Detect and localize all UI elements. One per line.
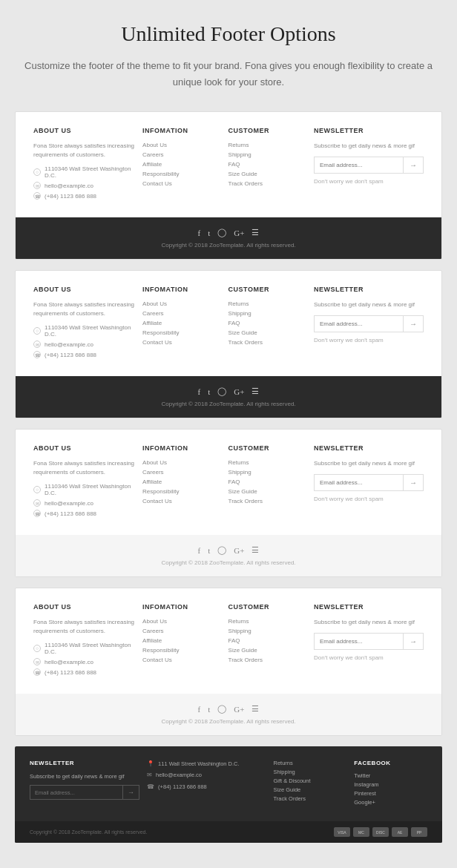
customer-link-1[interactable]: FAQ	[228, 161, 306, 168]
info-link-1[interactable]: Careers	[142, 151, 220, 158]
social-icon-2-1[interactable]: t	[208, 228, 210, 237]
page-subtitle: Customize the footer of the theme to fit…	[15, 58, 442, 91]
phone-text-2: (+84) 1123 686 888	[45, 352, 96, 358]
footer-card-1: ABOUT US Fona Store always satisfies inc…	[15, 111, 442, 260]
customer-link-3[interactable]: FAQ	[228, 479, 306, 485]
info-link-3[interactable]: Affiliate	[142, 479, 220, 485]
customer-link-4[interactable]: Size Guide	[228, 647, 306, 654]
customer-link-3[interactable]: Shipping	[228, 469, 306, 476]
customer-link-2[interactable]: Shipping	[228, 310, 306, 317]
customer-link-4[interactable]: Returns	[228, 618, 306, 625]
social-icon-3-2[interactable]: ◯	[217, 387, 226, 396]
social-icon-2-4[interactable]: t	[208, 705, 210, 714]
info-link-2[interactable]: Affiliate	[142, 320, 220, 326]
newsletter-input-4[interactable]	[315, 634, 403, 648]
dark-link-col1[interactable]: Gift & Discount	[274, 777, 347, 784]
social-icon-3-4[interactable]: ◯	[217, 704, 226, 714]
customer-link-3[interactable]: Track Orders	[228, 498, 306, 504]
dark-link-col1[interactable]: Track Orders	[274, 795, 347, 802]
social-icon-4-4[interactable]: G+	[234, 705, 244, 714]
footer-card-4: ABOUT US Fona Store always satisfies inc…	[15, 588, 442, 736]
newsletter-input-row-3: →	[314, 474, 424, 491]
dark-link-col1[interactable]: Size Guide	[274, 786, 347, 793]
info-link-1[interactable]: Affiliate	[142, 161, 220, 168]
dark-link-col2[interactable]: Twitter	[354, 772, 427, 779]
social-icon-1-4[interactable]: f	[198, 705, 201, 714]
social-icon-1-2[interactable]: f	[198, 387, 201, 396]
info-link-4[interactable]: Contact Us	[142, 657, 220, 663]
info-link-2[interactable]: Careers	[142, 310, 220, 317]
dark-phone-icon: ☎	[147, 783, 154, 790]
newsletter-input-3[interactable]	[315, 476, 403, 490]
customer-link-2[interactable]: FAQ	[228, 320, 306, 326]
email-item-2: ✉ hello@example.co	[33, 341, 135, 348]
social-icon-2-3[interactable]: t	[208, 546, 210, 555]
customer-link-3[interactable]: Size Guide	[228, 488, 306, 495]
newsletter-submit-1[interactable]: →	[403, 157, 423, 173]
about-text-3: Fona Store always satisfies increasing r…	[33, 459, 135, 477]
dark-newsletter-input[interactable]	[30, 786, 122, 799]
dark-link-col1[interactable]: Shipping	[274, 769, 347, 775]
dark-newsletter-arrow[interactable]: →	[122, 786, 139, 799]
info-link-3[interactable]: Careers	[142, 469, 220, 476]
dark-link-col1[interactable]: Returns	[274, 760, 347, 766]
customer-link-2[interactable]: Returns	[228, 300, 306, 307]
phone-item-4: ☎ (+84) 1123 686 888	[33, 668, 135, 676]
customer-link-2[interactable]: Track Orders	[228, 339, 306, 346]
customer-link-2[interactable]: Size Guide	[228, 329, 306, 336]
info-link-2[interactable]: Responsibility	[142, 329, 220, 336]
info-link-4[interactable]: About Us	[142, 618, 220, 625]
copyright-2: Copyright © 2018 ZooTemplate. All rights…	[161, 401, 295, 407]
phone-item-3: ☎ (+84) 1123 686 888	[33, 510, 135, 517]
newsletter-submit-2[interactable]: →	[403, 316, 423, 332]
social-icon-5-3[interactable]: ☰	[251, 545, 259, 555]
customer-link-1[interactable]: Size Guide	[228, 171, 306, 177]
social-icon-4-3[interactable]: G+	[234, 546, 244, 555]
newsletter-submit-4[interactable]: →	[403, 634, 423, 649]
social-icons-2: ft◯G+☰	[198, 387, 260, 396]
newsletter-input-row-2: →	[314, 315, 424, 332]
dark-link-col2[interactable]: Instagram	[354, 781, 427, 788]
info-link-3[interactable]: Contact Us	[142, 498, 220, 504]
social-icon-2-2[interactable]: t	[208, 387, 210, 396]
info-link-3[interactable]: Responsibility	[142, 488, 220, 495]
social-icon-1-3[interactable]: f	[198, 546, 201, 555]
newsletter-input-1[interactable]	[315, 158, 403, 172]
dark-link-col2[interactable]: Pinterest	[354, 790, 427, 797]
social-icon-3-1[interactable]: ◯	[217, 228, 226, 237]
social-icon-3-3[interactable]: ◯	[217, 545, 226, 555]
newsletter-note-2: Don't worry we don't spam	[314, 337, 424, 343]
dark-link-col2[interactable]: Google+	[354, 799, 427, 806]
customer-link-1[interactable]: Track Orders	[228, 180, 306, 187]
phone-item-2: ☎ (+84) 1123 686 888	[33, 351, 135, 358]
info-link-1[interactable]: Contact Us	[142, 180, 220, 187]
social-icon-5-2[interactable]: ☰	[251, 387, 259, 396]
social-icon-4-2[interactable]: G+	[234, 387, 244, 396]
customer-link-1[interactable]: Shipping	[228, 151, 306, 158]
social-icon-1-1[interactable]: f	[198, 228, 201, 237]
info-col-3: INFOMATIONAbout UsCareersAffiliateRespon…	[142, 444, 220, 520]
newsletter-submit-3[interactable]: →	[403, 475, 423, 490]
info-link-2[interactable]: About Us	[142, 300, 220, 307]
address-item-4: ○ 1110346 Wall Street Washington D.C.	[33, 642, 135, 655]
newsletter-subtitle-3: Subscribe to get daily news & more gif	[314, 459, 424, 468]
info-link-1[interactable]: About Us	[142, 142, 220, 148]
info-link-4[interactable]: Careers	[142, 628, 220, 634]
info-link-1[interactable]: Responsibility	[142, 171, 220, 177]
customer-link-4[interactable]: Shipping	[228, 628, 306, 634]
customer-link-3[interactable]: Returns	[228, 459, 306, 466]
info-link-3[interactable]: About Us	[142, 459, 220, 466]
customer-link-4[interactable]: Track Orders	[228, 657, 306, 663]
social-icon-4-1[interactable]: G+	[234, 228, 244, 237]
social-icon-5-4[interactable]: ☰	[251, 704, 259, 714]
customer-link-1[interactable]: Returns	[228, 142, 306, 148]
payment-icon-pp: PP	[411, 827, 427, 837]
social-icon-5-1[interactable]: ☰	[251, 228, 259, 237]
newsletter-input-2[interactable]	[315, 317, 403, 331]
social-icons-4: ft◯G+☰	[198, 704, 260, 714]
customer-link-4[interactable]: FAQ	[228, 637, 306, 644]
info-link-4[interactable]: Responsibility	[142, 647, 220, 654]
copyright-1: Copyright © 2018 ZooTemplate. All rights…	[161, 242, 295, 249]
info-link-4[interactable]: Affiliate	[142, 637, 220, 644]
info-link-2[interactable]: Contact Us	[142, 339, 220, 346]
